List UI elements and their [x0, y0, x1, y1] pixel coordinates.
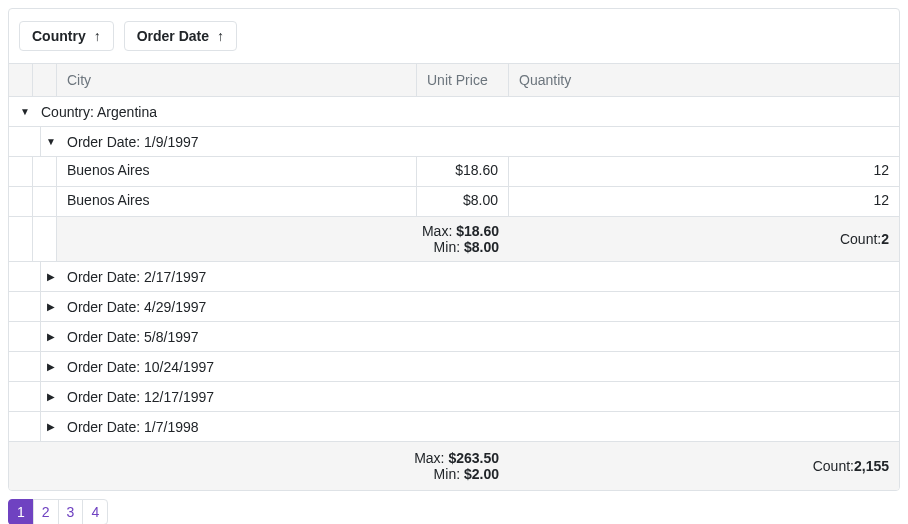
group-chip-label: Order Date [137, 28, 209, 44]
group-chip-label: Country [32, 28, 86, 44]
summary-count-value: 2 [881, 231, 889, 247]
pager: 1 2 3 4 [8, 491, 900, 524]
group-row-order-date[interactable]: ▶ Order Date: 4/29/1997 [9, 292, 899, 322]
summary-count-label: Count: [840, 231, 881, 247]
group-row-order-date[interactable]: ▶ Order Date: 12/17/1997 [9, 382, 899, 412]
page-button-1[interactable]: 1 [8, 499, 34, 524]
group-row-order-date[interactable]: ▼ Order Date: 1/9/1997 [9, 127, 899, 157]
group-summary-row: Max: $18.60 Min: $8.00 Count: 2 [9, 217, 899, 262]
indent-cell [17, 412, 41, 441]
group-chip-order-date[interactable]: Order Date ↑ [124, 21, 237, 51]
expander-header [9, 64, 33, 96]
indent-cell [33, 187, 57, 216]
group-chip-country[interactable]: Country ↑ [19, 21, 114, 51]
table-row: Buenos Aires $8.00 12 [9, 187, 899, 217]
caret-down-icon[interactable]: ▼ [41, 136, 61, 147]
indent-cell [33, 157, 57, 186]
group-label: Order Date: 5/8/1997 [61, 324, 205, 350]
summary-max-label: Max: [422, 223, 456, 239]
column-header-quantity[interactable]: Quantity [509, 64, 899, 96]
footer-min-value: $2.00 [464, 466, 499, 482]
page-button-2[interactable]: 2 [33, 499, 59, 524]
caret-right-icon[interactable]: ▶ [41, 271, 61, 282]
indent-cell [17, 127, 41, 156]
caret-right-icon[interactable]: ▶ [41, 361, 61, 372]
group-label: Country: Argentina [35, 99, 163, 125]
summary-min-label: Min: [434, 239, 464, 255]
column-header-unit-price[interactable]: Unit Price [417, 64, 509, 96]
indent-cell [9, 217, 33, 261]
footer-min-label: Min: [434, 466, 464, 482]
indent-cell [9, 187, 33, 216]
footer-max-value: $263.50 [448, 450, 499, 466]
group-row-order-date[interactable]: ▶ Order Date: 5/8/1997 [9, 322, 899, 352]
caret-right-icon[interactable]: ▶ [41, 421, 61, 432]
summary-max-value: $18.60 [456, 223, 499, 239]
group-label: Order Date: 4/29/1997 [61, 294, 212, 320]
cell-unit-price: $8.00 [417, 187, 509, 216]
cell-unit-price: $18.60 [417, 157, 509, 186]
group-row-order-date[interactable]: ▶ Order Date: 2/17/1997 [9, 262, 899, 292]
indent-cell [17, 352, 41, 381]
group-row-order-date[interactable]: ▶ Order Date: 1/7/1998 [9, 412, 899, 442]
cell-quantity: 12 [509, 157, 899, 186]
caret-right-icon[interactable]: ▶ [41, 301, 61, 312]
indent-cell [17, 382, 41, 411]
group-label: Order Date: 1/9/1997 [61, 129, 205, 155]
group-label: Order Date: 2/17/1997 [61, 264, 212, 290]
caret-right-icon[interactable]: ▶ [41, 391, 61, 402]
page-button-3[interactable]: 3 [58, 499, 84, 524]
footer-price-summary: Max: $263.50 Min: $2.00 [9, 442, 509, 490]
footer-max-label: Max: [414, 450, 448, 466]
caret-right-icon[interactable]: ▶ [41, 331, 61, 342]
arrow-up-icon: ↑ [94, 29, 101, 43]
summary-price: Max: $18.60 Min: $8.00 [57, 217, 509, 261]
group-label: Order Date: 1/7/1998 [61, 414, 205, 440]
group-row-order-date[interactable]: ▶ Order Date: 10/24/1997 [9, 352, 899, 382]
footer-count-value: 2,155 [854, 458, 889, 474]
column-header-city[interactable]: City [57, 64, 417, 96]
indent-cell [17, 292, 41, 321]
arrow-up-icon: ↑ [217, 29, 224, 43]
summary-count: Count: 2 [509, 217, 899, 261]
indent-cell [33, 217, 57, 261]
group-row-country[interactable]: ▼ Country: Argentina [9, 97, 899, 127]
cell-quantity: 12 [509, 187, 899, 216]
page-button-4[interactable]: 4 [82, 499, 108, 524]
caret-down-icon[interactable]: ▼ [15, 106, 35, 117]
table-row: Buenos Aires $18.60 12 [9, 157, 899, 187]
footer-count-summary: Count: 2,155 [509, 442, 899, 490]
indent-cell [17, 322, 41, 351]
group-label: Order Date: 12/17/1997 [61, 384, 220, 410]
data-grid: Country ↑ Order Date ↑ City Unit Price Q… [8, 8, 900, 491]
indent-cell [9, 157, 33, 186]
group-panel: Country ↑ Order Date ↑ [9, 9, 899, 64]
cell-city: Buenos Aires [57, 157, 417, 186]
expander-header [33, 64, 57, 96]
footer-count-label: Count: [813, 458, 854, 474]
summary-min-value: $8.00 [464, 239, 499, 255]
column-headers: City Unit Price Quantity [9, 64, 899, 97]
indent-cell [17, 262, 41, 291]
grid-summary-row: Max: $263.50 Min: $2.00 Count: 2,155 [9, 442, 899, 490]
group-label: Order Date: 10/24/1997 [61, 354, 220, 380]
cell-city: Buenos Aires [57, 187, 417, 216]
